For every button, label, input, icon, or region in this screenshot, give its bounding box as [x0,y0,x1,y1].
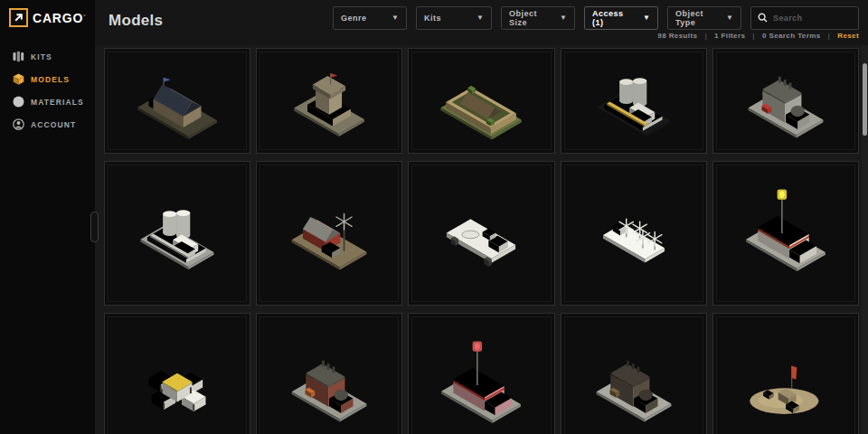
filter-dropdown-object-size[interactable]: Object Size ▼ [501,6,575,30]
sidebar-item-materials[interactable]: MATERIALS [0,90,95,113]
model-thumbnail-walled-farmstead [413,56,549,146]
main-content: Models Genre ▼Kits ▼Object Size ▼Access … [95,0,868,434]
dropdown-label: Kits [424,14,441,23]
brand-mark: ° [83,14,85,19]
search-icon [758,10,768,26]
reset-filters-button[interactable]: Reset [837,32,859,40]
separator: | [704,32,707,40]
model-grid [104,48,859,434]
user-icon [13,118,24,130]
filter-dropdown-kits[interactable]: Kits ▼ [416,6,492,30]
results-count: 98 Results [657,32,697,40]
model-thumbnail-drive-in-diner [413,340,549,430]
sidebar-item-label: KITS [31,52,52,61]
sidebar-item-kits[interactable]: KITS [0,45,95,68]
topbar: Models Genre ▼Kits ▼Object Size ▼Access … [95,0,868,45]
page-title: Models [108,12,163,30]
model-thumbnail-steam-foundry [566,340,702,430]
model-tile[interactable] [104,48,250,154]
chevron-down-icon: ▼ [476,14,484,22]
model-tile[interactable] [712,313,859,434]
brand-name: CARGO [33,11,83,25]
model-tile[interactable] [104,161,250,306]
dropdown-label: Genre [341,14,367,23]
sphere-icon [13,96,24,108]
model-tile[interactable] [408,161,554,306]
dropdown-label: Object Size [509,9,552,27]
model-tile[interactable] [256,161,402,306]
model-grid-container [95,45,862,434]
sidebar-nav: KITS MODELS MATERIALS ACCOUNT [0,45,95,136]
model-thumbnail-industrial-depot [718,56,854,146]
model-tile[interactable] [256,313,402,434]
model-thumbnail-refinery-tower [261,340,397,430]
vertical-scrollbar[interactable] [862,45,868,434]
cube-icon [13,73,24,85]
model-thumbnail-retro-gas-diner [718,188,854,278]
scrollbar-thumb[interactable] [863,63,867,136]
filter-dropdown-access-1[interactable]: Access (1) ▼ [584,6,658,30]
chevron-down-icon: ▼ [643,14,650,22]
model-thumbnail-orbital-hub-station [109,340,245,430]
model-thumbnail-turbine-platform [566,188,702,278]
model-thumbnail-viking-longhouse [109,56,245,146]
results-bar: 98 Results | 1 Filters | 0 Search Terms … [657,32,859,40]
model-thumbnail-desert-outpost [718,340,854,430]
filter-dropdown-object-type[interactable]: Object Type ▼ [667,6,741,30]
brand-logo[interactable]: CARGO ° [0,0,95,27]
sidebar-item-models[interactable]: MODELS [0,68,95,90]
model-thumbnail-modular-tank-station [566,56,702,146]
sidebar-item-label: MATERIALS [31,98,84,107]
model-tile[interactable] [712,48,859,154]
dropdown-label: Object Type [675,9,719,27]
model-tile[interactable] [561,161,707,306]
filters-count: 1 Filters [714,32,745,40]
model-tile[interactable] [712,161,859,306]
separator: | [752,32,755,40]
sidebar-item-label: ACCOUNT [31,120,76,129]
search-input[interactable] [773,14,868,23]
model-tile[interactable] [561,48,707,154]
model-thumbnail-cooling-tower-plant [109,188,245,278]
arrow-up-right-icon [9,8,28,27]
separator: | [828,32,831,40]
sidebar-collapse-handle[interactable] [90,212,99,242]
filter-dropdown-genre[interactable]: Genre ▼ [333,6,407,30]
sidebar-item-label: MODELS [31,75,70,84]
app-window: CARGO ° KITS MODELS MATERIALS ACCOUNT Mo… [0,0,868,434]
sidebar: CARGO ° KITS MODELS MATERIALS ACCOUNT [0,0,95,434]
filter-bar: Genre ▼Kits ▼Object Size ▼Access (1) ▼Ob… [333,6,859,30]
model-thumbnail-landing-pad-platform [413,188,549,278]
chevron-down-icon: ▼ [726,14,733,22]
dropdown-label: Access (1) [592,9,636,27]
model-tile[interactable] [256,48,402,154]
search-terms-count: 0 Search Terms [762,32,821,40]
model-tile[interactable] [104,313,250,434]
model-tile[interactable] [408,313,554,434]
model-tile[interactable] [408,48,554,154]
kits-stack-icon [13,51,24,62]
model-tile[interactable] [561,313,707,434]
sidebar-item-account[interactable]: ACCOUNT [0,113,95,136]
search-box[interactable] [750,6,859,30]
model-thumbnail-windmill-barn [261,188,397,278]
model-thumbnail-castle-watchtower [261,56,397,146]
chevron-down-icon: ▼ [392,14,399,22]
chevron-down-icon: ▼ [560,14,567,22]
